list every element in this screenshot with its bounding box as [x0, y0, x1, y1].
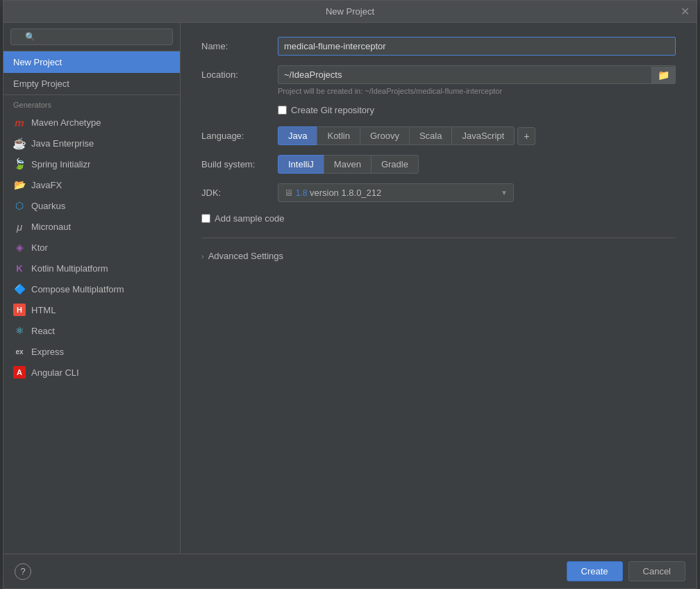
create-button[interactable]: Create	[567, 561, 623, 581]
title-bar: New Project ✕	[3, 1, 697, 23]
javafx-icon: 📂	[13, 179, 26, 191]
micronaut-icon: μ	[13, 220, 26, 233]
advanced-settings-label: Advanced Settings	[208, 251, 283, 261]
jdk-row: JDK: 🖥 1.8 version 1.8.0_212 ▼	[201, 183, 676, 202]
sidebar-item-label: Maven Archetype	[31, 117, 101, 128]
search-input[interactable]	[10, 28, 173, 45]
cancel-button[interactable]: Cancel	[628, 561, 685, 581]
jdk-version: 1.8	[296, 188, 308, 198]
git-checkbox-row: Create Git repository	[278, 105, 676, 115]
sidebar-item-label: Java Enterprise	[31, 138, 94, 149]
language-java-button[interactable]: Java	[278, 126, 317, 145]
kotlin-multiplatform-icon: K	[13, 262, 26, 274]
location-row: Location: 📁	[201, 65, 676, 84]
sidebar-item-express[interactable]: ex Express	[3, 341, 180, 362]
compose-multiplatform-icon: 🔷	[13, 283, 26, 295]
language-label: Language:	[201, 131, 278, 141]
build-system-label: Build system:	[201, 159, 278, 169]
sidebar-item-label: Quarkus	[31, 201, 65, 211]
sidebar-item-label: Kotlin Multiplatform	[31, 263, 108, 274]
language-btn-group: Java Kotlin Groovy Scala JavaScript	[278, 126, 515, 145]
java-enterprise-icon: ☕	[13, 137, 26, 149]
sidebar-item-java-enterprise[interactable]: ☕ Java Enterprise	[3, 133, 180, 154]
sample-code-checkbox[interactable]	[201, 214, 210, 223]
build-system-row: Build system: IntelliJ Maven Gradle	[201, 155, 676, 174]
divider	[201, 238, 676, 238]
language-javascript-button[interactable]: JavaScript	[451, 126, 515, 145]
generators-label: Generators	[3, 95, 180, 112]
sidebar-item-label: HTML	[31, 305, 56, 315]
help-button[interactable]: ?	[15, 563, 31, 580]
language-groovy-button[interactable]: Groovy	[360, 126, 410, 145]
advanced-chevron-icon: ›	[201, 252, 204, 260]
jdk-full-version: version 1.8.0_212	[310, 188, 381, 198]
jdk-select[interactable]: 🖥 1.8 version 1.8.0_212 ▼	[278, 183, 514, 202]
spring-initializr-icon: 🍃	[13, 158, 26, 170]
jdk-icon: 🖥	[284, 188, 296, 198]
sidebar-item-label: JavaFX	[31, 180, 62, 190]
jdk-value: 🖥 1.8 version 1.8.0_212	[284, 188, 381, 198]
sidebar-item-kotlin-multiplatform[interactable]: K Kotlin Multiplatform	[3, 258, 180, 279]
sidebar-item-maven-archetype[interactable]: m Maven Archetype	[3, 112, 180, 133]
build-intellij-button[interactable]: IntelliJ	[278, 155, 324, 174]
git-checkbox-label[interactable]: Create Git repository	[291, 105, 374, 115]
location-folder-button[interactable]: 📁	[651, 67, 675, 83]
sidebar-item-quarkus[interactable]: ⬡ Quarkus	[3, 195, 180, 216]
footer-left: ?	[15, 563, 561, 580]
language-kotlin-button[interactable]: Kotlin	[317, 126, 360, 145]
language-scala-button[interactable]: Scala	[409, 126, 453, 145]
main-content: New Project Empty Project Generators m M…	[3, 23, 697, 554]
build-system-btn-group: IntelliJ Maven Gradle	[278, 155, 419, 174]
sidebar-item-label: Angular CLI	[31, 367, 79, 378]
search-bar[interactable]	[3, 23, 180, 51]
express-icon: ex	[13, 345, 26, 358]
location-label: Location:	[201, 69, 278, 80]
sidebar-item-javafx[interactable]: 📂 JavaFX	[3, 174, 180, 195]
add-language-button[interactable]: +	[517, 127, 535, 145]
jdk-label: JDK:	[201, 188, 278, 198]
maven-archetype-icon: m	[13, 116, 26, 128]
git-checkbox[interactable]	[278, 106, 287, 115]
sidebar-item-label: React	[31, 326, 55, 336]
location-input-wrap: 📁	[278, 65, 676, 84]
sidebar-item-micronaut[interactable]: μ Micronaut	[3, 216, 180, 237]
sidebar-item-ktor[interactable]: ◈ Ktor	[3, 237, 180, 258]
sample-code-row: Add sample code	[201, 213, 676, 224]
advanced-settings-row[interactable]: › Advanced Settings	[201, 248, 676, 264]
sidebar-item-label: Express	[31, 347, 64, 357]
dialog-title: New Project	[326, 6, 374, 17]
sample-code-label[interactable]: Add sample code	[215, 213, 284, 224]
language-row: Language: Java Kotlin Groovy Scala JavaS…	[201, 126, 676, 145]
sidebar: New Project Empty Project Generators m M…	[3, 23, 181, 554]
build-maven-button[interactable]: Maven	[324, 155, 372, 174]
sidebar-item-html[interactable]: H HTML	[3, 299, 180, 320]
sidebar-item-react[interactable]: ⚛ React	[3, 320, 180, 341]
name-row: Name:	[201, 37, 676, 56]
name-label: Name:	[201, 41, 278, 51]
build-gradle-button[interactable]: Gradle	[371, 155, 419, 174]
sidebar-item-label: Spring Initializr	[31, 159, 90, 169]
right-panel: Name: Location: 📁 Project will be create…	[181, 23, 697, 554]
name-input[interactable]	[278, 37, 676, 56]
sidebar-item-compose-multiplatform[interactable]: 🔷 Compose Multiplatform	[3, 279, 180, 299]
sidebar-item-empty-project[interactable]: Empty Project	[3, 73, 180, 95]
sidebar-item-angular-cli[interactable]: A Angular CLI	[3, 362, 180, 383]
close-icon[interactable]: ✕	[681, 6, 690, 17]
project-path-info: Project will be created in: ~/IdeaProjec…	[278, 87, 676, 95]
html-icon: H	[13, 304, 26, 316]
location-input[interactable]	[278, 66, 651, 83]
jdk-dropdown-icon: ▼	[501, 189, 508, 197]
footer: ? Create Cancel	[3, 554, 697, 588]
ktor-icon: ◈	[13, 241, 26, 254]
new-project-dialog: New Project ✕ New Project Empty Project …	[3, 0, 697, 589]
quarkus-icon: ⬡	[13, 199, 26, 212]
angular-cli-icon: A	[13, 366, 26, 379]
sidebar-item-spring-initializr[interactable]: 🍃 Spring Initializr	[3, 154, 180, 174]
sidebar-item-label: Compose Multiplatform	[31, 284, 124, 294]
sidebar-item-new-project[interactable]: New Project	[3, 51, 180, 73]
sidebar-item-label: Micronaut	[31, 222, 71, 232]
sidebar-item-label: Ktor	[31, 242, 48, 253]
react-icon: ⚛	[13, 324, 26, 337]
